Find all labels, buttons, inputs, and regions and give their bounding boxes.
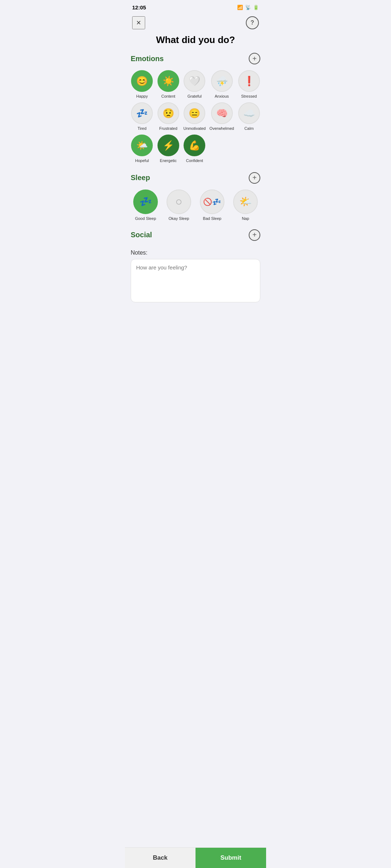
happy-label: Happy <box>136 94 148 99</box>
nap-label: Nap <box>242 216 249 221</box>
emotion-grid: 😊 Happy ☀️ Content 🤍 Grateful ⛈️ Anxious… <box>131 70 260 163</box>
calm-icon: ☁️ <box>238 102 260 124</box>
sleep-section: Sleep + 💤 Good Sleep ○ Okay Sleep 🚫💤 Bad… <box>131 172 260 221</box>
confident-label: Confident <box>186 158 203 163</box>
notes-input[interactable] <box>131 259 260 302</box>
bad-sleep-label: Bad Sleep <box>203 216 222 221</box>
energetic-label: Energetic <box>160 158 177 163</box>
anxious-icon: ⛈️ <box>211 70 233 92</box>
tired-label: Tired <box>138 126 147 131</box>
help-icon: ? <box>251 20 254 26</box>
emotion-content[interactable]: ☀️ Content <box>157 70 180 99</box>
content-label: Content <box>161 94 176 99</box>
page-title: What did you do? <box>125 31 266 53</box>
energetic-icon: ⚡ <box>157 135 179 156</box>
overwhelmed-icon: 🧠 <box>211 102 233 124</box>
notes-section: Notes: <box>131 250 260 304</box>
emotion-overwhelmed[interactable]: 🧠 Overwhelmed <box>210 102 234 131</box>
happy-icon: 😊 <box>131 70 153 92</box>
sleep-bad[interactable]: 🚫💤 Bad Sleep <box>197 190 227 221</box>
add-social-button[interactable]: + <box>249 229 260 241</box>
emotion-anxious[interactable]: ⛈️ Anxious <box>210 70 234 99</box>
sleep-okay[interactable]: ○ Okay Sleep <box>164 190 194 221</box>
frustrated-label: Frustrated <box>159 126 177 131</box>
social-header: Social + <box>131 229 260 241</box>
unmotivated-label: Unmotivated <box>183 126 206 131</box>
anxious-label: Anxious <box>215 94 229 99</box>
emotion-unmotivated[interactable]: 😑 Unmotivated <box>183 102 206 131</box>
social-section: Social + <box>131 229 260 241</box>
emotion-grateful[interactable]: 🤍 Grateful <box>183 70 206 99</box>
stressed-label: Stressed <box>241 94 257 99</box>
calm-label: Calm <box>244 126 254 131</box>
main-content: Emotions + 😊 Happy ☀️ Content 🤍 Grateful… <box>125 53 266 349</box>
hopeful-icon: 🌤️ <box>131 135 153 156</box>
help-button[interactable]: ? <box>246 16 259 29</box>
sleep-grid: 💤 Good Sleep ○ Okay Sleep 🚫💤 Bad Sleep 🌤… <box>131 190 260 221</box>
social-title: Social <box>131 231 152 239</box>
close-button[interactable]: × <box>132 16 145 29</box>
grateful-icon: 🤍 <box>184 70 205 92</box>
emotion-frustrated[interactable]: 😟 Frustrated <box>157 102 180 131</box>
battery-icon: 🔋 <box>253 5 259 10</box>
stressed-icon: ❗ <box>238 70 260 92</box>
good-sleep-icon: 💤 <box>133 190 158 214</box>
sleep-header: Sleep + <box>131 172 260 184</box>
emotions-title: Emotions <box>131 55 164 63</box>
good-sleep-label: Good Sleep <box>135 216 156 221</box>
content-icon: ☀️ <box>157 70 179 92</box>
signal-icon: 📡 <box>245 5 251 10</box>
add-sleep-button[interactable]: + <box>249 172 260 184</box>
emotions-header: Emotions + <box>131 53 260 64</box>
close-icon: × <box>136 18 141 27</box>
hopeful-label: Hopeful <box>135 158 149 163</box>
wifi-icon: 📶 <box>237 5 243 10</box>
confident-icon: 💪 <box>184 135 205 156</box>
emotion-hopeful[interactable]: 🌤️ Hopeful <box>131 135 154 163</box>
okay-sleep-icon: ○ <box>167 190 191 214</box>
emotion-happy[interactable]: 😊 Happy <box>131 70 154 99</box>
status-time: 12:05 <box>132 4 146 10</box>
sleep-nap[interactable]: 🌤️ Nap <box>231 190 260 221</box>
status-icons: 📶 📡 🔋 <box>237 5 259 10</box>
sleep-title: Sleep <box>131 174 150 182</box>
emotion-tired[interactable]: 💤 Tired <box>131 102 154 131</box>
status-bar: 12:05 📶 📡 🔋 <box>125 0 266 13</box>
add-emotion-button[interactable]: + <box>249 53 260 64</box>
bad-sleep-icon: 🚫💤 <box>200 190 224 214</box>
okay-sleep-label: Okay Sleep <box>169 216 189 221</box>
emotion-stressed[interactable]: ❗ Stressed <box>237 70 260 99</box>
top-nav: × ? <box>125 13 266 31</box>
emotion-calm[interactable]: ☁️ Calm <box>237 102 260 131</box>
sleep-good[interactable]: 💤 Good Sleep <box>131 190 160 221</box>
unmotivated-icon: 😑 <box>184 102 205 124</box>
overwhelmed-label: Overwhelmed <box>210 126 234 131</box>
notes-label: Notes: <box>131 250 260 256</box>
emotion-confident[interactable]: 💪 Confident <box>183 135 206 163</box>
emotions-section: Emotions + 😊 Happy ☀️ Content 🤍 Grateful… <box>131 53 260 163</box>
frustrated-icon: 😟 <box>157 102 179 124</box>
nap-icon: 🌤️ <box>233 190 258 214</box>
grateful-label: Grateful <box>188 94 202 99</box>
emotion-energetic[interactable]: ⚡ Energetic <box>157 135 180 163</box>
tired-icon: 💤 <box>131 102 153 124</box>
